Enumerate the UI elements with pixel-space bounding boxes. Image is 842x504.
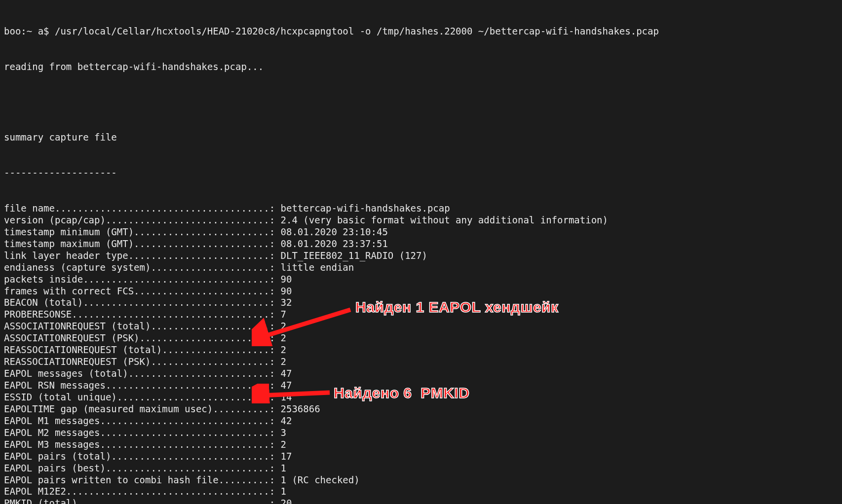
summary-row: BEACON (total)..........................… xyxy=(4,297,838,309)
summary-row: EAPOL pairs (best)......................… xyxy=(4,463,838,474)
summary-row: REASSOCIATIONREQUEST (PSK)..............… xyxy=(4,356,838,368)
summary-row: EAPOL pairs written to combi hash file..… xyxy=(4,474,838,486)
terminal-window[interactable]: boo:~ a$ /usr/local/Cellar/hcxtools/HEAD… xyxy=(0,0,842,504)
summary-row: timestamp maximum (GMT).................… xyxy=(4,238,838,250)
summary-row: endianess (capture system)..............… xyxy=(4,262,838,274)
summary-row: EAPOL M3 messages.......................… xyxy=(4,439,838,451)
summary-row: frames with correct FCS.................… xyxy=(4,286,838,297)
section-header: summary capture file xyxy=(4,132,838,144)
summary-row: EAPOLTIME gap (measured maximum usec)...… xyxy=(4,403,838,415)
summary-row: PMKID (total)...........................… xyxy=(4,498,838,504)
summary-row: timestamp minimum (GMT).................… xyxy=(4,226,838,238)
summary-row: EAPOL M1 messages.......................… xyxy=(4,415,838,427)
summary-row: EAPOL M2 messages.......................… xyxy=(4,427,838,439)
summary-row: PROBERESONSE............................… xyxy=(4,309,838,321)
summary-row: EAPOL M12E2.............................… xyxy=(4,486,838,498)
summary-row: REASSOCIATIONREQUEST (total)............… xyxy=(4,344,838,356)
summary-row: file name...............................… xyxy=(4,203,838,215)
summary-row: EAPOL RSN messages......................… xyxy=(4,380,838,392)
summary-row: EAPOL messages (total)..................… xyxy=(4,368,838,380)
summary-row: version (pcap/cap)......................… xyxy=(4,215,838,226)
prompt-line: boo:~ a$ /usr/local/Cellar/hcxtools/HEAD… xyxy=(4,26,838,37)
summary-row: ASSOCIATIONREQUEST (total)..............… xyxy=(4,321,838,332)
reading-line: reading from bettercap-wifi-handshakes.p… xyxy=(4,61,838,73)
summary-row: ASSOCIATIONREQUEST (PSK)................… xyxy=(4,332,838,344)
blank-line xyxy=(4,97,838,108)
section-underline: -------------------- xyxy=(4,167,838,179)
summary-row: link layer header type..................… xyxy=(4,250,838,262)
summary-row: ESSID (total unique)....................… xyxy=(4,392,838,403)
summary-rows: file name...............................… xyxy=(4,203,838,504)
summary-row: EAPOL pairs (total).....................… xyxy=(4,451,838,463)
summary-row: packets inside..........................… xyxy=(4,274,838,286)
